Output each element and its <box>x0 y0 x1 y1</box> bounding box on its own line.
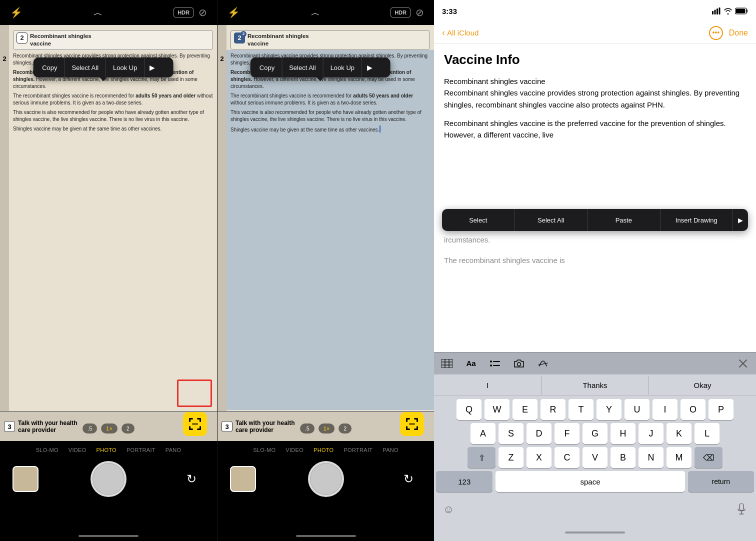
mode-portrait-2[interactable]: PORTRAIT <box>344 447 372 453</box>
key-p[interactable]: P <box>708 399 734 420</box>
flash-icon-1[interactable]: ⚡ <box>10 6 22 18</box>
done-button[interactable]: Done <box>729 28 748 38</box>
keyboard-bottom-row: ☺ <box>434 497 756 524</box>
zoom-1x-btn-1[interactable]: 1× <box>101 424 118 434</box>
key-space[interactable]: space <box>496 471 684 492</box>
chevron-up-icon-1[interactable]: ︿ <box>94 6 102 18</box>
viewfinder-2: 2 2 Recombinant shinglesvaccine Recombin… <box>218 25 434 441</box>
mode-video-1[interactable]: VIDEO <box>68 447 86 453</box>
key-y[interactable]: Y <box>596 399 622 420</box>
predictive-i[interactable]: I <box>434 376 542 394</box>
key-w[interactable]: W <box>484 399 510 420</box>
predictive-okay[interactable]: Okay <box>649 376 756 394</box>
look-up-button-2[interactable]: Look Up <box>324 58 362 78</box>
insert-drawing-button[interactable]: Insert Drawing <box>660 209 734 231</box>
key-t[interactable]: T <box>568 399 594 420</box>
zoom-05-btn-2[interactable]: .5 <box>300 424 314 434</box>
key-j[interactable]: J <box>638 423 664 444</box>
select-button[interactable]: Select <box>442 209 515 231</box>
notes-status-bar: 3:33 <box>434 0 756 22</box>
look-up-button-1[interactable]: Look Up <box>106 58 144 78</box>
zoom-05-btn-1[interactable]: .5 <box>82 424 97 434</box>
mode-video-2[interactable]: VIDEO <box>286 447 304 453</box>
live-icon-2[interactable]: ⊘ <box>416 6 424 18</box>
camera-status-bar-2: ⚡ ︿ HDR ⊘ <box>218 0 434 25</box>
scribble-toolbar-btn[interactable] <box>534 354 552 372</box>
list-icon <box>490 360 500 368</box>
list-toolbar-btn[interactable] <box>486 354 504 372</box>
live-text-icon-1[interactable] <box>183 412 207 436</box>
more-button-2[interactable]: ▶ <box>362 58 378 78</box>
key-f[interactable]: F <box>554 423 580 444</box>
thumbnail-1[interactable] <box>12 466 38 492</box>
key-b[interactable]: B <box>610 447 636 468</box>
key-delete[interactable]: ⌫ <box>694 447 722 468</box>
key-h[interactable]: H <box>610 423 636 444</box>
key-return[interactable]: return <box>688 471 754 492</box>
mode-photo-2[interactable]: PHOTO <box>314 447 334 453</box>
copy-button-1[interactable]: Copy <box>35 58 64 78</box>
key-123[interactable]: 123 <box>436 471 492 492</box>
svg-rect-8 <box>192 424 198 424</box>
key-m[interactable]: M <box>666 447 692 468</box>
key-q[interactable]: Q <box>456 399 482 420</box>
key-row-4: 123 space return <box>436 471 754 492</box>
key-v[interactable]: V <box>582 447 608 468</box>
hdr-badge-1[interactable]: HDR <box>174 8 194 18</box>
key-z[interactable]: Z <box>498 447 524 468</box>
key-c[interactable]: C <box>554 447 580 468</box>
key-s[interactable]: S <box>498 423 524 444</box>
key-k[interactable]: K <box>666 423 692 444</box>
select-all-button-2[interactable]: Select All <box>282 58 323 78</box>
svg-point-33 <box>518 362 521 366</box>
key-g[interactable]: G <box>582 423 608 444</box>
shutter-button-2[interactable] <box>308 461 344 497</box>
more-options-button[interactable]: ••• <box>709 26 723 40</box>
key-n[interactable]: N <box>638 447 664 468</box>
key-u[interactable]: U <box>624 399 650 420</box>
flash-icon-2[interactable]: ⚡ <box>228 6 240 18</box>
back-button[interactable]: ‹ All iCloud <box>442 28 478 38</box>
zoom-1x-btn-2[interactable]: 1× <box>318 424 335 434</box>
table-toolbar-btn[interactable] <box>438 354 456 372</box>
key-shift[interactable]: ⇧ <box>468 447 496 468</box>
mic-button[interactable] <box>731 499 752 520</box>
key-e[interactable]: E <box>512 399 538 420</box>
select-all-button-notes[interactable]: Select All <box>515 209 588 231</box>
flip-camera-btn-1[interactable]: ↻ <box>178 466 204 492</box>
key-a[interactable]: A <box>470 423 496 444</box>
keyboard-area: Aa <box>434 352 756 524</box>
more-notes-button[interactable]: ▶ <box>733 209 748 231</box>
mode-photo-1[interactable]: PHOTO <box>96 447 116 453</box>
thumbnail-2[interactable] <box>230 466 256 492</box>
close-keyboard-btn[interactable] <box>734 354 752 372</box>
key-i[interactable]: I <box>652 399 678 420</box>
zoom-2x-btn-1[interactable]: 2 <box>122 424 134 434</box>
notes-panel: 3:33 ‹ All iCloud <box>434 0 756 541</box>
chevron-up-icon-2[interactable]: ︿ <box>311 6 320 18</box>
camera-toolbar-btn[interactable] <box>510 354 528 372</box>
predictive-thanks[interactable]: Thanks <box>542 376 649 394</box>
live-text-icon-2[interactable] <box>400 412 424 436</box>
shutter-button-1[interactable] <box>90 461 126 497</box>
key-o[interactable]: O <box>680 399 706 420</box>
mode-pano-1[interactable]: PANO <box>166 447 182 453</box>
zoom-2x-btn-2[interactable]: 2 <box>338 424 352 434</box>
key-r[interactable]: R <box>540 399 566 420</box>
paste-button[interactable]: Paste <box>588 209 660 231</box>
flip-camera-btn-2[interactable]: ↻ <box>396 466 422 492</box>
key-l[interactable]: L <box>694 423 720 444</box>
mode-pano-2[interactable]: PANO <box>382 447 398 453</box>
mode-slomo-1[interactable]: SLO-MO <box>36 447 58 453</box>
hdr-badge-2[interactable]: HDR <box>390 8 410 18</box>
format-toolbar-btn[interactable]: Aa <box>462 354 480 372</box>
copy-button-2[interactable]: Copy <box>252 58 282 78</box>
key-x[interactable]: X <box>526 447 552 468</box>
mode-slomo-2[interactable]: SLO-MO <box>253 447 276 453</box>
key-d[interactable]: D <box>526 423 552 444</box>
emoji-button[interactable]: ☺ <box>438 499 459 520</box>
mode-portrait-1[interactable]: PORTRAIT <box>126 447 156 453</box>
live-icon-1[interactable]: ⊘ <box>198 6 207 18</box>
select-all-button-1[interactable]: Select All <box>65 58 106 78</box>
more-button-1[interactable]: ▶ <box>144 58 160 78</box>
